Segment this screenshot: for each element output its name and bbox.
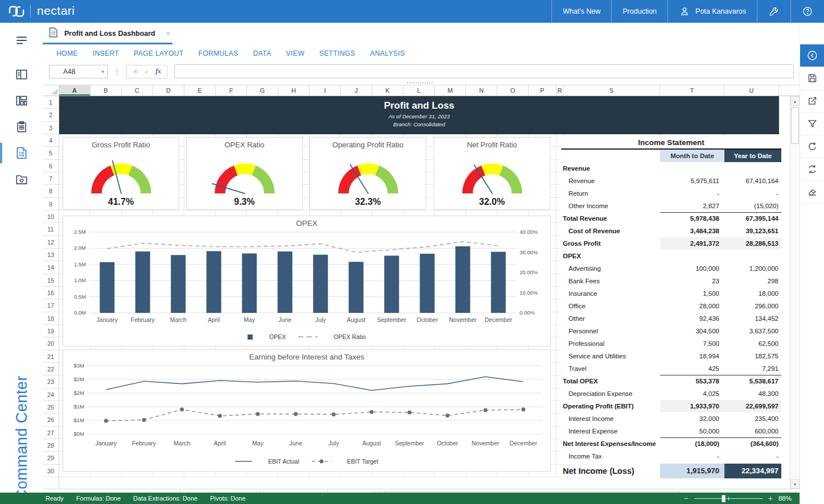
ribbon-tab-view[interactable]: VIEW [279,49,312,57]
ribbon-tab-analysis[interactable]: ANALYSIS [362,49,412,57]
row-header-2[interactable]: 2 [43,109,59,121]
column-header-B[interactable]: B [90,85,122,96]
column-header-O[interactable]: O [497,85,529,96]
vertical-scrollbar[interactable]: ▲ ▼ [790,96,800,489]
production-button[interactable]: Production [611,0,668,23]
column-header-N[interactable]: N [466,85,497,96]
row-header-18[interactable]: 18 [43,312,59,325]
name-box[interactable]: A48 ▾ [49,65,108,79]
row-header-7[interactable]: 7 [43,172,59,185]
document-tab[interactable]: Profit and Loss Dashboard ✕ [43,26,178,41]
row-header-15[interactable]: 15 [43,274,59,287]
column-header-J[interactable]: J [341,85,372,96]
close-tab-icon[interactable]: ✕ [166,30,171,38]
gauge-opex-ratio[interactable]: OPEX Ratio9.3% [186,137,303,210]
ribbon-tab-data[interactable]: DATA [246,49,279,57]
column-header-C[interactable]: C [122,85,153,96]
insert-function-icon[interactable]: fx [155,67,161,76]
row-header-29[interactable]: 29 [43,452,59,464]
row-header-16[interactable]: 16 [43,287,59,299]
year-to-date-header[interactable]: Year to Date [724,150,781,162]
vertical-scroll-thumb[interactable] [791,108,799,144]
row-header-8[interactable]: 8 [43,185,59,197]
folder-heart-icon[interactable] [0,166,43,192]
column-header-R[interactable]: R [557,85,563,96]
filter-icon[interactable] [800,113,824,135]
ebit-chart[interactable]: Earning before Interest and Taxes $0M$1M… [63,349,551,472]
refresh-icon[interactable] [800,135,824,158]
ribbon-tab-page-layout[interactable]: PAGE LAYOUT [126,49,191,57]
column-header-L[interactable]: L [403,85,435,96]
clipboard-icon[interactable] [0,114,43,140]
column-header-G[interactable]: G [247,85,278,96]
column-header-T[interactable]: T [660,85,724,96]
zoom-out-button[interactable]: − [684,494,689,503]
gauge-operating-profit-ratio[interactable]: Operating Profit Ratio32.3% [310,137,426,210]
column-header-K[interactable]: K [372,85,403,96]
ribbon-tab-formulas[interactable]: FORMULAS [191,49,246,57]
ribbon-tab-home[interactable]: HOME [49,49,85,57]
drag-handle-icon[interactable] [407,82,433,84]
row-header-9[interactable]: 9 [43,198,59,210]
select-all-corner[interactable] [43,85,59,96]
zoom-in-button[interactable]: + [768,494,773,503]
row-header-5[interactable]: 5 [43,147,59,159]
row-header-24[interactable]: 24 [43,389,59,401]
row-header-4[interactable]: 4 [43,134,59,147]
worksheet-icon[interactable] [0,140,43,166]
zoom-slider-thumb[interactable] [722,495,726,502]
row-header-12[interactable]: 12 [43,236,59,249]
column-header-E[interactable]: E [184,85,216,96]
column-header-F[interactable]: F [216,85,247,96]
whats-new-button[interactable]: What's New [551,0,611,23]
eraser-icon[interactable] [800,181,824,204]
confirm-formula-icon[interactable]: ✓ [144,68,150,76]
row-header-10[interactable]: 10 [43,210,59,223]
help-button[interactable] [790,0,824,23]
cancel-formula-icon[interactable]: ✕ [133,68,138,76]
row-header-30[interactable]: 30 [43,465,59,477]
user-menu[interactable]: Pota Kanavaros [668,0,757,23]
row-header-14[interactable]: 14 [43,261,59,274]
ribbon-tab-settings[interactable]: SETTINGS [312,49,362,57]
row-header-20[interactable]: 20 [43,337,59,350]
row-header-25[interactable]: 25 [43,401,59,414]
row-header-3[interactable]: 3 [43,122,59,134]
column-header-H[interactable]: H [278,85,310,96]
row-header-23[interactable]: 23 [43,375,59,388]
column-header-U[interactable]: U [724,85,779,96]
menu-icon[interactable] [0,27,43,53]
tools-button[interactable] [757,0,790,23]
sheet-grid[interactable]: Profit and Loss As of December 31, 2023 … [59,96,790,489]
row-header-26[interactable]: 26 [43,414,59,426]
scroll-up-icon[interactable]: ▲ [790,96,800,106]
zoom-slider[interactable] [694,495,763,502]
gauge-gross-profit-ratio[interactable]: Gross Profit Ratio41.7% [63,137,179,210]
row-header-19[interactable]: 19 [43,325,59,337]
row-header-22[interactable]: 22 [43,363,59,375]
column-header-M[interactable]: M [435,85,466,96]
row-header-28[interactable]: 28 [43,439,59,452]
row-header-1[interactable]: 1 [43,96,59,109]
formula-input[interactable] [174,64,794,79]
row-header-21[interactable]: 21 [43,350,59,363]
ribbon-tab-insert[interactable]: INSERT [85,49,126,57]
row-header-13[interactable]: 13 [43,249,59,261]
row-header-11[interactable]: 11 [43,223,59,236]
column-header-S[interactable]: S [563,85,660,96]
column-header-I[interactable]: I [310,85,341,96]
row-header-17[interactable]: 17 [43,299,59,312]
namebox-menu-icon[interactable]: ⋮ [108,67,126,76]
column-header-A[interactable]: A [59,85,90,96]
namebox-dropdown-icon[interactable]: ▾ [101,69,104,75]
opex-chart[interactable]: OPEX 0.0M0.5M1.0M1.5M2.0M2.5M0.00%10.00%… [63,216,551,346]
row-header-6[interactable]: 6 [43,160,59,172]
row-header-27[interactable]: 27 [43,427,59,439]
layout-icon[interactable] [0,88,43,114]
refresh-all-icon[interactable] [800,158,824,181]
month-to-date-header[interactable]: Month to Date [660,150,724,162]
share-icon[interactable] [800,90,824,113]
book-icon[interactable] [0,61,43,88]
column-header-P[interactable]: P [529,85,557,96]
gauge-net-profit-ratio[interactable]: Net Profit Ratio32.0% [434,137,550,210]
